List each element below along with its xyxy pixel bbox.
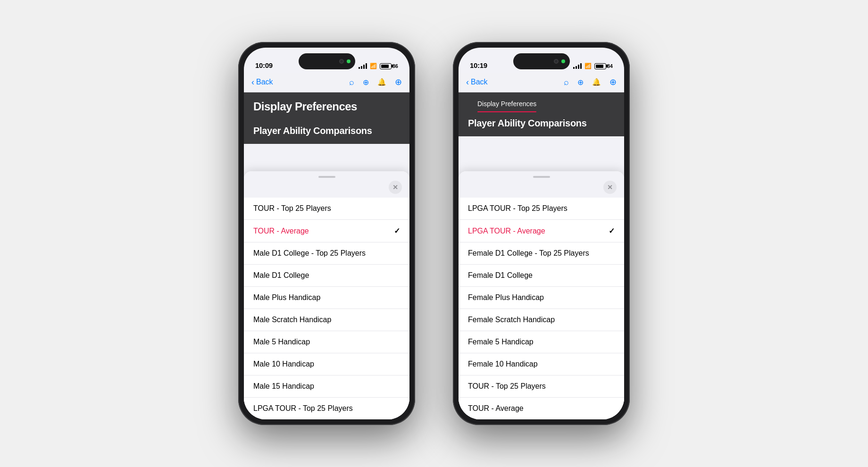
sheet-item-label-right-8: TOUR - Top 25 Players: [468, 382, 546, 391]
sheet-items-left: TOUR - Top 25 PlayersTOUR - Average✓Male…: [244, 198, 409, 419]
sheet-item-right-6[interactable]: Female 5 Handicap: [459, 331, 624, 353]
sheet-item-left-1[interactable]: TOUR - Average✓: [244, 220, 409, 242]
sheet-close-row-left: ✕: [244, 181, 409, 198]
back-chevron-right: ‹: [466, 77, 469, 87]
signal-bar-1: [359, 67, 360, 69]
person-icon-right[interactable]: ⊕: [577, 78, 584, 87]
sheet-item-right-2[interactable]: Female D1 College - Top 25 Players: [459, 242, 624, 265]
status-icons-left: 📶 86: [359, 63, 398, 69]
sheet-item-label-right-4: Female Plus Handicap: [468, 293, 544, 302]
sheet-close-button-left[interactable]: ✕: [389, 181, 402, 194]
checkmark-left-1: ✓: [394, 226, 400, 235]
sheet-item-left-0[interactable]: TOUR - Top 25 Players: [244, 198, 409, 220]
section-title-left: Player Ability Comparisons: [253, 125, 400, 136]
sheet-handle-area-right: [459, 171, 624, 181]
tab-container-right: Display Preferences: [459, 92, 624, 112]
sheet-item-label-right-6: Female 5 Handicap: [468, 338, 534, 346]
bottom-sheet-left: ✕ TOUR - Top 25 PlayersTOUR - Average✓Ma…: [244, 171, 409, 419]
signal-bar-3: [363, 65, 365, 69]
signal-bars-left: [359, 63, 367, 69]
back-button-right[interactable]: ‹ Back: [466, 77, 488, 87]
signal-bar-r4: [580, 63, 582, 69]
sheet-item-label-right-0: LPGA TOUR - Top 25 Players: [468, 204, 568, 213]
page-title-left: Display Preferences: [253, 100, 400, 113]
sheet-item-right-8[interactable]: TOUR - Top 25 Players: [459, 375, 624, 398]
bell-icon-right[interactable]: 🔔: [592, 78, 601, 86]
sheet-item-label-right-2: Female D1 College - Top 25 Players: [468, 249, 589, 258]
sheet-item-left-8[interactable]: Male 15 Handicap: [244, 375, 409, 398]
indicator-dot: [347, 59, 351, 63]
sheet-item-label-left-5: Male Scratch Handicap: [253, 316, 331, 324]
battery-text-left: 86: [392, 63, 398, 69]
tab-display-preferences[interactable]: Display Preferences: [477, 96, 536, 112]
person-icon-left[interactable]: ⊕: [363, 78, 369, 87]
sheet-overlay-right: ✕ LPGA TOUR - Top 25 PlayersLPGA TOUR - …: [459, 136, 624, 419]
sheet-item-right-5[interactable]: Female Scratch Handicap: [459, 309, 624, 331]
sheet-item-label-right-1: LPGA TOUR - Average: [468, 227, 545, 235]
sheet-item-left-7[interactable]: Male 10 Handicap: [244, 353, 409, 375]
sheet-item-label-left-1: TOUR - Average: [253, 227, 309, 235]
sheet-item-left-4[interactable]: Male Plus Handicap: [244, 287, 409, 309]
plus-icon-right[interactable]: ⊕: [609, 77, 617, 87]
left-phone-wrapper: 10:09 📶 86: [238, 42, 415, 425]
signal-bar-r3: [578, 65, 579, 69]
sheet-item-label-left-6: Male 5 Handicap: [253, 338, 310, 346]
section-header-left: Player Ability Comparisons: [244, 120, 409, 144]
signal-bar-4: [366, 63, 367, 69]
sheet-item-right-7[interactable]: Female 10 Handicap: [459, 353, 624, 375]
signal-bars-right: [573, 63, 582, 69]
sheet-items-right: LPGA TOUR - Top 25 PlayersLPGA TOUR - Av…: [459, 198, 624, 419]
sheet-item-left-9[interactable]: LPGA TOUR - Top 25 Players: [244, 398, 409, 419]
battery-fill: [381, 65, 389, 68]
sheet-item-left-6[interactable]: Male 5 Handicap: [244, 331, 409, 353]
right-phone-wrapper: 10:19 📶 84: [453, 42, 630, 425]
search-icon-right[interactable]: ⌕: [564, 77, 569, 87]
sheet-item-right-3[interactable]: Female D1 College: [459, 265, 624, 287]
battery-fill-r: [596, 65, 603, 68]
sheet-item-right-0[interactable]: LPGA TOUR - Top 25 Players: [459, 198, 624, 220]
indicator-dot-r: [561, 59, 565, 63]
status-icons-right: 📶 84: [573, 63, 613, 69]
back-button-left[interactable]: ‹ Back: [251, 77, 273, 87]
wifi-icon-left: 📶: [370, 63, 377, 69]
page-header-left: Display Preferences: [244, 92, 409, 120]
camera-dot: [339, 59, 344, 64]
sheet-item-label-right-3: Female D1 College: [468, 271, 533, 280]
sheet-item-left-5[interactable]: Male Scratch Handicap: [244, 309, 409, 331]
search-icon-left[interactable]: ⌕: [349, 77, 354, 87]
time-right: 10:19: [470, 61, 487, 69]
sheet-item-left-2[interactable]: Male D1 College - Top 25 Players: [244, 242, 409, 265]
left-phone: 10:09 📶 86: [238, 42, 415, 425]
sheet-item-label-left-0: TOUR - Top 25 Players: [253, 204, 331, 213]
back-label-right: Back: [471, 78, 488, 86]
sheet-overlay-left: ✕ TOUR - Top 25 PlayersTOUR - Average✓Ma…: [244, 144, 409, 419]
section-title-right: Player Ability Comparisons: [468, 118, 615, 129]
sheet-item-right-9[interactable]: TOUR - Average: [459, 398, 624, 419]
bell-icon-left[interactable]: 🔔: [377, 78, 386, 86]
dynamic-island-left: [299, 53, 355, 69]
camera-dot-r: [554, 59, 559, 64]
sheet-item-right-1[interactable]: LPGA TOUR - Average✓: [459, 220, 624, 242]
sheet-item-label-left-3: Male D1 College: [253, 271, 309, 280]
sheet-handle-left: [318, 176, 335, 178]
plus-icon-left[interactable]: ⊕: [395, 77, 402, 87]
left-phone-screen: 10:09 📶 86: [244, 48, 409, 419]
dynamic-island-right: [513, 53, 570, 69]
sheet-item-label-right-5: Female Scratch Handicap: [468, 316, 555, 324]
sheet-handle-right: [533, 176, 550, 178]
nav-bar-right: ‹ Back ⌕ ⊕ 🔔 ⊕: [459, 73, 624, 92]
right-phone: 10:19 📶 84: [453, 42, 630, 425]
sheet-item-label-left-7: Male 10 Handicap: [253, 360, 314, 368]
back-chevron-left: ‹: [251, 77, 254, 87]
time-left: 10:09: [255, 61, 273, 69]
sheet-item-right-4[interactable]: Female Plus Handicap: [459, 287, 624, 309]
sheet-item-label-left-2: Male D1 College - Top 25 Players: [253, 249, 366, 258]
sheet-close-button-right[interactable]: ✕: [603, 181, 617, 194]
tab-bar-right: Display Preferences: [468, 92, 615, 112]
nav-bar-left: ‹ Back ⌕ ⊕ 🔔 ⊕: [244, 73, 409, 92]
back-label-left: Back: [256, 78, 273, 86]
sheet-item-left-3[interactable]: Male D1 College: [244, 265, 409, 287]
sheet-item-label-right-7: Female 10 Handicap: [468, 360, 538, 368]
bottom-sheet-right: ✕ LPGA TOUR - Top 25 PlayersLPGA TOUR - …: [459, 171, 624, 419]
sheet-handle-area-left: [244, 171, 409, 181]
